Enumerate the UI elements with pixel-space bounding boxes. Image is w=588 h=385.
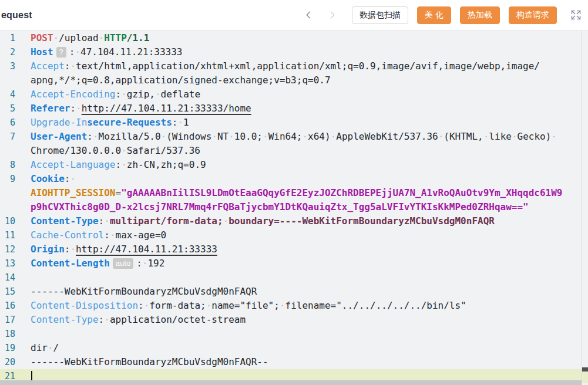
- line-content: ------WebKitFormBoundaryzMCbuVsdgM0nFAQR: [15, 285, 257, 299]
- line-content: ------WebKitFormBoundaryzMCbuVsdgM0nFAQR…: [15, 355, 268, 369]
- editor-line[interactable]: 7User-Agent:·Mozilla/5.0·(Windows·NT·10.…: [0, 130, 588, 144]
- panel-title: equest: [1, 10, 32, 21]
- whitespace-dot: ·: [121, 89, 127, 100]
- topbar: equest 数据包扫描 美 化 热加载 构造请求: [0, 0, 588, 31]
- whitespace-dot: ·: [177, 117, 183, 128]
- editor-line[interactable]: 12Origin:·http://47.104.11.21:33333: [0, 242, 588, 256]
- whitespace-dot: ·: [206, 300, 212, 311]
- overview-cursor-marker: [582, 367, 588, 372]
- editor-line[interactable]: 6Upgrade-Insecure-Requests:·1: [0, 116, 588, 130]
- whitespace-dot: ·: [144, 300, 150, 311]
- auto-content-length-badge[interactable]: auto: [113, 258, 133, 269]
- editor-line[interactable]: 10Content-Type:·multipart/form-data;·bou…: [0, 214, 588, 228]
- line-number: 10: [0, 214, 15, 228]
- line-content: Referer:·http://47.104.11.21:33333/home: [15, 102, 251, 116]
- line-content: Content-Type:·application/octet-stream: [15, 313, 246, 327]
- editor-line[interactable]: 13Content-Lengthauto:·192: [0, 256, 588, 271]
- editor-line[interactable]: 8Accept-Language:·zh-CN,zh;q=0.9: [0, 158, 588, 172]
- line-content: [15, 271, 31, 285]
- host-hint-badge[interactable]: ?: [56, 47, 66, 58]
- back-arrow-icon[interactable]: [304, 11, 313, 20]
- editor-line[interactable]: 4Accept-Encoding:·gzip,·deflate: [0, 87, 588, 102]
- whitespace-dot: ·: [483, 131, 489, 142]
- line-number: 14: [0, 271, 15, 285]
- line-number: 18: [0, 327, 15, 341]
- line-content: AIOHTTP_SESSION="gAAAAABnIilISL9LDmOtEaa…: [15, 186, 563, 200]
- whitespace-dot: ·: [93, 131, 99, 142]
- editor-line[interactable]: 3Accept:·text/html,application/xhtml+xml…: [0, 59, 588, 73]
- line-content: Accept-Encoding:·gzip,·deflate: [15, 87, 200, 102]
- editor-line[interactable]: 19dir·/: [0, 341, 588, 355]
- build-request-button[interactable]: 构造请求: [509, 6, 557, 24]
- editor-line[interactable]: 9Cookie:·: [0, 172, 588, 186]
- line-content: Content-Type:·multipart/form-data;·bound…: [15, 214, 495, 228]
- whitespace-dot: ·: [121, 145, 127, 156]
- whitespace-dot: ·: [99, 32, 105, 43]
- editor-line[interactable]: Chrome/130.0.0.0·Safari/537.36: [0, 144, 588, 158]
- fullscreen-expand-icon[interactable]: [570, 9, 582, 21]
- line-content: Accept:·text/html,application/xhtml+xml,…: [15, 59, 540, 73]
- packet-scan-button[interactable]: 数据包扫描: [352, 6, 408, 24]
- editor-line[interactable]: 5Referer:·http://47.104.11.21:33333/home: [0, 102, 588, 116]
- whitespace-dot: ·: [53, 32, 59, 43]
- whitespace-dot: ·: [155, 89, 161, 100]
- action-buttons: 数据包扫描 美 化 热加载 构造请求: [352, 6, 557, 24]
- line-content: Content-Disposition:·form-data;·name="fi…: [15, 299, 466, 313]
- editor-line[interactable]: 16Content-Disposition:·form-data;·name="…: [0, 299, 588, 313]
- whitespace-dot: ·: [121, 159, 127, 170]
- editor-line[interactable]: 14: [0, 271, 588, 285]
- editor-line[interactable]: apng,*/*;q=0.8,application/signed-exchan…: [0, 73, 588, 87]
- whitespace-dot: ·: [551, 131, 557, 142]
- line-content: Cookie:·: [15, 172, 76, 186]
- editor-line[interactable]: 18: [0, 327, 588, 341]
- whitespace-dot: ·: [70, 173, 76, 184]
- editor-line[interactable]: p9hCVXThic8g0D_D-x2lcsj7NRL7Mmq4rFQBaTjy…: [0, 200, 588, 214]
- line-number: 17: [0, 313, 15, 327]
- editor-line[interactable]: 2Host?:·47.104.11.21:33333: [0, 45, 588, 59]
- http-request-editor[interactable]: 1POST·/upload·HTTP/1.12Host?:·47.104.11.…: [0, 31, 588, 385]
- line-number: 13: [0, 256, 15, 271]
- line-number: [0, 200, 15, 214]
- editor-line[interactable]: 1POST·/upload·HTTP/1.1: [0, 31, 588, 45]
- whitespace-dot: ·: [438, 131, 444, 142]
- line-content: [15, 327, 31, 341]
- line-number: [0, 73, 15, 87]
- line-content: Content-Lengthauto:·192: [15, 256, 164, 271]
- line-content: dir·/: [15, 341, 59, 355]
- line-number: 1: [0, 31, 15, 45]
- line-number: 9: [0, 172, 15, 186]
- whitespace-dot: ·: [331, 131, 337, 142]
- line-number: [0, 144, 15, 158]
- editor-line[interactable]: 20------WebKitFormBoundaryzMCbuVsdgM0nFA…: [0, 355, 588, 369]
- request-editor-panel: equest 数据包扫描 美 化 热加载 构造请求 1POST: [0, 0, 588, 385]
- editor-line[interactable]: 17Content-Type:·application/octet-stream: [0, 313, 588, 327]
- line-number: 7: [0, 130, 15, 144]
- whitespace-dot: ·: [110, 229, 116, 241]
- whitespace-dot: ·: [161, 131, 167, 142]
- hot-reload-button[interactable]: 热加载: [460, 6, 500, 24]
- beautify-button[interactable]: 美 化: [417, 6, 451, 24]
- forward-arrow-icon[interactable]: [327, 11, 337, 20]
- whitespace-dot: ·: [302, 131, 308, 142]
- url-link[interactable]: http://47.104.11.21:33333: [76, 244, 217, 255]
- overview-ruler: [582, 31, 582, 385]
- line-number: [0, 186, 15, 200]
- line-number: 12: [0, 242, 15, 256]
- url-link[interactable]: http://47.104.11.21:33333/home: [82, 103, 251, 114]
- line-content: Origin:·http://47.104.11.21:33333: [15, 242, 217, 256]
- whitespace-dot: ·: [512, 131, 518, 142]
- whitespace-dot: ·: [76, 103, 82, 114]
- line-content: apng,*/*;q=0.8,application/signed-exchan…: [15, 73, 331, 87]
- line-content: User-Agent:·Mozilla/5.0·(Windows·NT·10.0…: [15, 130, 557, 144]
- editor-line[interactable]: 15------WebKitFormBoundaryzMCbuVsdgM0nFA…: [0, 285, 588, 299]
- whitespace-dot: ·: [229, 131, 234, 142]
- line-content: Cache-Control:·max-age=0: [15, 228, 166, 242]
- line-content: Chrome/130.0.0.0·Safari/537.36: [15, 144, 200, 158]
- editor-line[interactable]: 11Cache-Control:·max-age=0: [0, 228, 588, 242]
- whitespace-dot: ·: [70, 244, 76, 255]
- editor-line[interactable]: AIOHTTP_SESSION="gAAAAABnIilISL9LDmOtEaa…: [0, 186, 588, 200]
- line-number: 20: [0, 355, 15, 369]
- line-content: Accept-Language:·zh-CN,zh;q=0.9: [15, 158, 206, 172]
- history-nav: [304, 11, 337, 20]
- whitespace-dot: ·: [280, 300, 285, 311]
